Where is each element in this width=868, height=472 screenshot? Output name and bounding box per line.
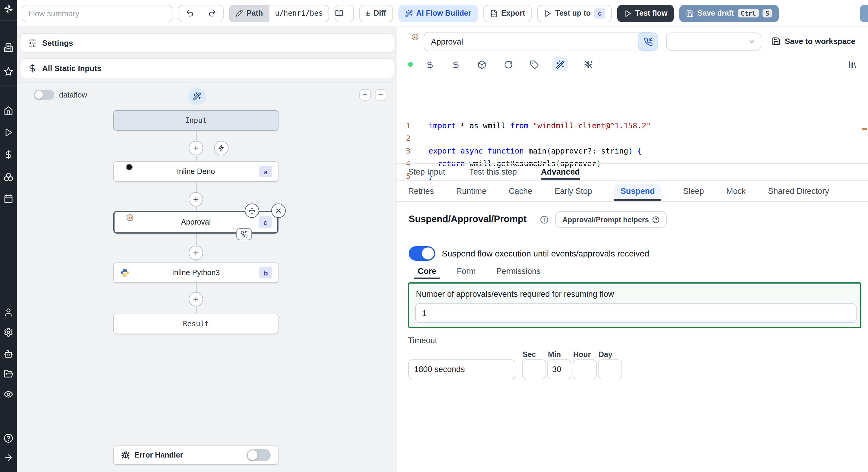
diff-button[interactable]: ±Diff (359, 4, 393, 22)
add-step-button[interactable] (189, 141, 203, 155)
save-draft-button[interactable]: Save draftCtrlS (679, 4, 779, 22)
schedules-calendar-icon[interactable] (4, 194, 13, 203)
tab-suspend[interactable]: Suspend (615, 180, 661, 201)
tab-form[interactable]: Form (457, 263, 476, 279)
save-to-workspace-button[interactable]: Save to workspace (772, 37, 855, 46)
path-button[interactable]: Path u/henri/bes (229, 4, 329, 22)
tab-permissions[interactable]: Permissions (496, 263, 541, 279)
hour-input[interactable] (572, 360, 597, 379)
code-editor[interactable]: 1import * as wmill from "windmill-client… (397, 71, 868, 163)
tag-icon (530, 60, 538, 69)
test-up-to-button[interactable]: Test up toc (537, 4, 612, 22)
assets-dollar-button[interactable] (422, 57, 438, 72)
windmill-flow-editor: Path u/henri/bes ±Diff AI Flow Builder E… (0, 0, 868, 472)
graph-ai-wand-button[interactable] (188, 87, 206, 105)
workspace-building-icon[interactable] (4, 43, 13, 53)
suspend-toggle[interactable] (409, 246, 435, 261)
flow-settings-row[interactable]: Settings (20, 33, 394, 53)
node-title: Inline Python3 (172, 269, 220, 277)
windmill-logo-icon[interactable] (3, 4, 14, 14)
suspend-section-title: Suspend/Approval/Prompt (409, 214, 527, 225)
settings-gear-icon[interactable] (4, 328, 13, 337)
approvals-required-input[interactable] (415, 303, 857, 323)
home-icon[interactable] (4, 106, 13, 115)
sparkles-off-icon (584, 60, 593, 69)
settings-label: Settings (42, 38, 73, 47)
day-input[interactable] (598, 360, 622, 379)
graph-node-result[interactable]: Result (113, 314, 278, 334)
approval-phone-button[interactable] (236, 228, 252, 240)
move-node-button[interactable] (245, 203, 259, 218)
tab-core[interactable]: Core (418, 263, 436, 279)
add-step-button[interactable] (189, 192, 203, 206)
export-file-icon (490, 9, 498, 17)
ai-flow-builder-button[interactable]: AI Flow Builder (398, 4, 478, 22)
dataflow-toggle[interactable] (34, 90, 54, 100)
tab-retries[interactable]: Retries (408, 180, 434, 201)
add-trigger-button[interactable] (214, 141, 228, 155)
approval-phone-button[interactable] (638, 33, 658, 50)
export-button[interactable]: Export (483, 4, 532, 22)
workers-bot-icon[interactable] (4, 349, 13, 359)
variables-dollar-button[interactable] (448, 57, 464, 72)
play-icon (544, 9, 552, 17)
expand-arrow-right-icon[interactable] (4, 453, 13, 462)
tab-sleep[interactable]: Sleep (683, 180, 704, 201)
node-id-badge: c (258, 216, 272, 228)
package-button[interactable] (474, 57, 490, 72)
zoom-out-button[interactable] (375, 89, 386, 101)
graph-node-input[interactable]: Input (113, 110, 278, 131)
tab-early-stop[interactable]: Early Stop (555, 180, 592, 201)
baby-emoji-badge-icon (127, 214, 133, 221)
folders-icon[interactable] (4, 369, 13, 379)
help-circle-icon[interactable] (4, 434, 13, 443)
resources-boxes-icon[interactable] (4, 172, 13, 182)
tab-step-input[interactable]: Step Input (408, 164, 445, 180)
tab-runtime[interactable]: Runtime (456, 180, 487, 201)
error-handler-toggle[interactable] (247, 449, 271, 461)
minus-icon (377, 92, 384, 98)
all-static-inputs-row[interactable]: All Static Inputs (20, 58, 394, 78)
sec-input[interactable] (522, 360, 546, 379)
graph-node-inline-python3[interactable]: Inline Python3 b (113, 263, 278, 283)
library-logs-button[interactable] (844, 57, 860, 72)
reload-button[interactable] (500, 57, 516, 72)
delete-node-button[interactable] (271, 203, 286, 218)
deploy-button-partial[interactable] (860, 5, 868, 22)
undo-button[interactable] (178, 4, 201, 22)
tab-mock[interactable]: Mock (726, 180, 746, 201)
path-value[interactable]: u/henri/bes (269, 4, 329, 22)
graph-node-inline-deno[interactable]: TS Inline Deno a (113, 161, 278, 182)
user-icon[interactable] (4, 308, 13, 317)
sparkles-off-button[interactable] (581, 57, 596, 72)
timeout-seconds-input[interactable] (408, 360, 516, 379)
plus-icon (192, 296, 199, 303)
tab-cache[interactable]: Cache (509, 180, 532, 201)
variables-dollar-icon[interactable] (4, 150, 13, 160)
info-icon[interactable] (540, 215, 549, 224)
audit-eye-icon[interactable] (4, 390, 13, 399)
runs-play-icon[interactable] (4, 128, 13, 137)
script-version-select[interactable] (666, 33, 761, 50)
docs-book-button[interactable] (334, 4, 353, 22)
approval-prompt-helpers-button[interactable]: Approval/Prompt helpers (555, 211, 667, 228)
tag-button[interactable] (526, 57, 542, 72)
flow-summary-input[interactable] (22, 4, 173, 22)
tab-advanced[interactable]: Advanced (541, 164, 580, 180)
step-title-input[interactable] (424, 32, 653, 51)
min-input[interactable] (547, 360, 571, 379)
tab-test-this-step[interactable]: Test this step (469, 164, 517, 180)
ai-assistant-button[interactable] (552, 57, 568, 72)
redo-button[interactable] (201, 4, 224, 22)
code-line: export async function main(approver?: st… (429, 144, 642, 157)
add-step-button[interactable] (189, 246, 203, 260)
add-step-button[interactable] (189, 292, 203, 306)
tab-shared-directory[interactable]: Shared Directory (768, 180, 829, 201)
error-handler-row[interactable]: Error Handler (113, 445, 278, 465)
test-flow-button[interactable]: Test flow (617, 4, 674, 22)
advanced-tabs: Retries Runtime Cache Early Stop Suspend… (397, 180, 868, 201)
favorites-star-icon[interactable] (4, 67, 13, 76)
dollar-icon (425, 60, 434, 69)
undo-redo-group (178, 4, 224, 22)
zoom-in-button[interactable] (359, 89, 371, 101)
